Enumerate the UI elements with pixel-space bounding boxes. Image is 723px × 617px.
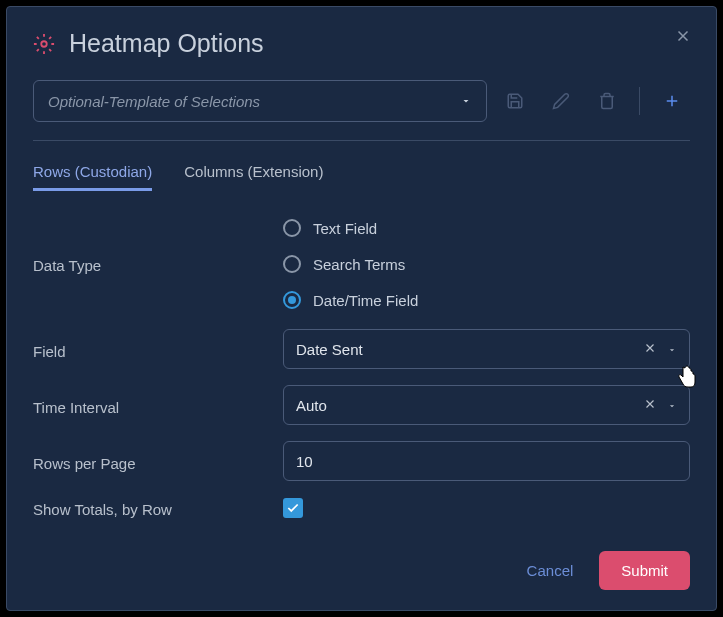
tab-columns[interactable]: Columns (Extension) [184,163,323,191]
radio-text-field[interactable]: Text Field [283,219,418,237]
add-template-button[interactable] [654,83,690,119]
plus-icon [663,92,681,110]
template-toolbar: Optional-Template of Selections [33,80,690,122]
close-button[interactable] [674,27,692,49]
chevron-down-icon [667,401,677,411]
field-caret[interactable] [667,341,677,358]
radio-label: Date/Time Field [313,292,418,309]
gear-icon [33,33,55,55]
chevron-down-icon [667,345,677,355]
template-select[interactable]: Optional-Template of Selections [33,80,487,122]
check-icon [286,501,300,515]
delete-template-button[interactable] [589,83,625,119]
row-field: Field Date Sent [33,329,690,369]
row-interval: Time Interval Auto [33,385,690,425]
chevron-down-icon [460,95,472,107]
clear-field-button[interactable] [643,341,657,358]
save-template-button[interactable] [497,83,533,119]
modal-header: Heatmap Options [33,29,690,58]
interval-select[interactable]: Auto [283,385,690,425]
close-icon [643,397,657,411]
label-field: Field [33,339,283,360]
show-totals-checkbox[interactable] [283,498,303,518]
close-icon [643,341,657,355]
row-show-totals: Show Totals, by Row [33,497,690,518]
toolbar-separator [639,87,640,115]
field-value: Date Sent [296,341,643,358]
label-interval: Time Interval [33,395,283,416]
label-data-type: Data Type [33,219,283,274]
interval-caret[interactable] [667,397,677,414]
divider [33,140,690,141]
heatmap-options-modal: Heatmap Options Optional-Template of Sel… [6,6,717,611]
radio-search-terms[interactable]: Search Terms [283,255,418,273]
row-data-type: Data Type Text Field Search Terms Date/T… [33,219,690,309]
label-show-totals: Show Totals, by Row [33,497,283,518]
edit-template-button[interactable] [543,83,579,119]
radio-circle-icon [283,219,301,237]
label-rows-per-page: Rows per Page [33,451,283,472]
radio-circle-icon [283,255,301,273]
radio-datetime-field[interactable]: Date/Time Field [283,291,418,309]
row-rows-per-page: Rows per Page [33,441,690,481]
trash-icon [598,92,616,110]
data-type-radios: Text Field Search Terms Date/Time Field [283,219,418,309]
radio-circle-selected-icon [283,291,301,309]
pencil-icon [552,92,570,110]
tab-rows[interactable]: Rows (Custodian) [33,163,152,191]
rows-per-page-input[interactable] [296,453,677,470]
close-icon [674,27,692,45]
field-select[interactable]: Date Sent [283,329,690,369]
modal-title: Heatmap Options [69,29,264,58]
save-icon [506,92,524,110]
submit-button[interactable]: Submit [599,551,690,590]
svg-point-0 [41,41,47,47]
radio-label: Search Terms [313,256,405,273]
interval-value: Auto [296,397,643,414]
clear-interval-button[interactable] [643,397,657,414]
radio-label: Text Field [313,220,377,237]
template-placeholder: Optional-Template of Selections [48,93,260,110]
cancel-button[interactable]: Cancel [519,552,582,589]
rows-per-page-field[interactable] [283,441,690,481]
modal-footer: Cancel Submit [519,551,690,590]
tabs: Rows (Custodian) Columns (Extension) [33,163,690,191]
